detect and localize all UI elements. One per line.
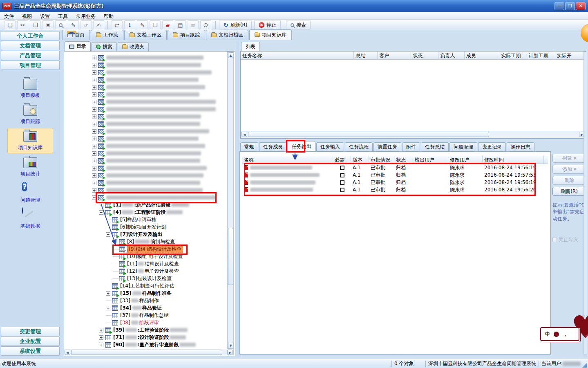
ime-punct-icon[interactable]: ， — [563, 331, 568, 338]
expand-icon[interactable]: + — [92, 92, 96, 97]
sidebar-item[interactable]: 项目知识库 — [7, 128, 53, 153]
list-hscrollbar[interactable]: ◀ ▶ — [241, 131, 586, 137]
tree-node[interactable]: +[71]:设计验证阶段 — [64, 334, 224, 341]
sidebar-section-button[interactable]: 企业配置 — [1, 337, 60, 346]
tree-node[interactable]: [14]工艺制造可行性评估 — [64, 282, 224, 289]
tree-node[interactable]: + — [64, 83, 224, 91]
expand-icon[interactable]: + — [92, 159, 96, 163]
column-header[interactable]: 客户 — [378, 52, 411, 59]
column-header[interactable]: 计划工期 — [527, 52, 555, 59]
required-checkbox[interactable] — [340, 180, 344, 185]
tree-node[interactable]: [12] 电子设计及检查 — [64, 267, 224, 275]
column-header[interactable]: 成员 — [465, 52, 500, 59]
column-header[interactable]: 修改时间 — [483, 156, 544, 164]
forbid-import-checkbox[interactable]: 禁止导入 — [552, 236, 588, 243]
search-button[interactable]: 搜索 — [286, 20, 311, 30]
column-header[interactable]: 名称 — [242, 156, 333, 164]
tree-node[interactable]: + — [64, 91, 224, 98]
tree-node[interactable]: + — [64, 135, 224, 142]
detail-tab[interactable]: 任务输入 — [316, 142, 344, 151]
paste-icon[interactable]: ❐ — [29, 20, 41, 30]
tree-node[interactable]: + — [64, 186, 224, 194]
expand-icon[interactable]: + — [92, 173, 96, 178]
output-row[interactable]: A.1已审批归档陈永求2016-08-24 19:56:19 — [242, 164, 548, 171]
panel-splitter[interactable] — [236, 41, 239, 358]
column-header[interactable]: 负责人 — [438, 52, 464, 59]
tree-node[interactable]: +[39]:工程验证阶段 — [64, 326, 224, 334]
workspace-tab[interactable]: 首页 — [62, 30, 90, 40]
delete-icon[interactable]: ✖ — [42, 20, 54, 30]
column-header[interactable]: 状态 — [394, 156, 413, 164]
tree-node[interactable]: [8]编制与检查 — [64, 238, 224, 245]
detail-tab[interactable]: 任务流程 — [345, 142, 373, 151]
column-header[interactable]: 实际开 — [555, 52, 586, 59]
copy-icon[interactable]: ❏ — [4, 20, 16, 30]
tree-node[interactable]: [10]模组 电子设计及检查 — [64, 253, 224, 260]
expand-icon[interactable]: + — [106, 291, 110, 296]
tree-node[interactable]: + — [64, 61, 224, 69]
tree-node[interactable]: [37]样品制作总结 — [64, 312, 224, 319]
workspace-tab[interactable]: 项目知识库 — [249, 29, 292, 40]
tree-node[interactable]: +[90]:量产放行审查阶段 — [64, 341, 224, 348]
expand-icon[interactable]: + — [92, 85, 96, 90]
sidebar-item[interactable]: 项目模板 — [7, 76, 53, 101]
tree-node[interactable]: + — [64, 179, 224, 186]
required-checkbox[interactable] — [340, 166, 344, 170]
expand-icon[interactable]: + — [92, 56, 96, 60]
sidebar-section-button[interactable]: 个人工作台 — [1, 31, 60, 40]
tree-node[interactable]: + — [64, 157, 224, 164]
refresh-button[interactable]: ↻ 刷新(R) — [219, 20, 252, 30]
tree-node[interactable]: [6]制定项目开发计划 — [64, 223, 224, 231]
ime-mode-indicator[interactable]: 中 — [545, 331, 550, 338]
tree-tab[interactable]: 收藏夹 — [118, 42, 149, 51]
expand-icon[interactable]: + — [92, 107, 96, 112]
resize-grip[interactable] — [582, 363, 587, 368]
sign-icon[interactable]: ✍ — [93, 20, 105, 30]
menu-item[interactable]: 设置 — [36, 13, 54, 19]
expand-icon[interactable]: + — [92, 78, 96, 82]
expand-icon[interactable]: + — [92, 122, 96, 126]
expand-icon[interactable]: + — [92, 63, 96, 67]
expand-icon[interactable]: + — [92, 114, 96, 119]
tree-node[interactable]: + — [64, 98, 224, 105]
sidebar-item[interactable]: 基础数据 — [7, 206, 53, 232]
tree-node[interactable]: − — [64, 194, 224, 201]
tree-node[interactable]: [13]包装设计及检查 — [64, 275, 224, 282]
key-search-icon[interactable] — [55, 20, 67, 30]
tree-node[interactable]: −[7]设计开发及输出 — [64, 231, 224, 238]
column-header[interactable]: 修改用户 — [448, 156, 483, 164]
expand-icon[interactable]: + — [99, 203, 103, 207]
pointer-icon[interactable]: ☞ — [80, 20, 92, 30]
column-header[interactable]: 审批情况 — [369, 156, 394, 164]
stop-button[interactable]: ✖ 停止 — [254, 20, 281, 30]
tree-node[interactable]: +[34]样品验证 — [64, 304, 224, 312]
tree-hscrollbar[interactable]: ◀ ▶ — [64, 349, 234, 355]
add-button[interactable]: 添加 ▾ — [552, 165, 586, 174]
expand-icon[interactable]: + — [99, 335, 103, 340]
tree-node[interactable]: + — [64, 120, 224, 128]
expand-icon[interactable]: + — [92, 166, 96, 171]
required-checkbox[interactable] — [340, 188, 344, 192]
tree-node[interactable]: [5]样品申请审核 — [64, 216, 224, 223]
collapse-icon[interactable]: − — [99, 210, 103, 215]
detail-tab[interactable]: 操作日志 — [507, 142, 534, 151]
tree-node[interactable]: + — [64, 105, 224, 113]
output-row[interactable]: A.1已审批归档陈永求2016-08-24 19:56:19 — [242, 179, 548, 186]
tree-tab[interactable]: 搜索 — [92, 42, 117, 51]
column-header[interactable]: 状态 — [411, 52, 438, 59]
window-control-button[interactable]: ✕ — [576, 2, 586, 10]
tree-vscrollbar[interactable]: ▲ ▼ — [227, 52, 234, 349]
column-header[interactable]: 实际工期 — [499, 52, 527, 59]
tree-node[interactable]: [38]阶段评审 — [64, 319, 224, 326]
tree-node[interactable]: + — [64, 69, 224, 76]
list-tab[interactable]: 列表 — [241, 42, 260, 52]
tree-node[interactable]: + — [64, 142, 224, 150]
expand-icon[interactable]: + — [92, 188, 96, 193]
sidebar-item[interactable]: 项目跟踪 — [7, 102, 53, 127]
menu-item[interactable]: 视图 — [18, 13, 36, 19]
expand-icon[interactable]: + — [99, 343, 103, 347]
tree-node[interactable]: −[4]:工程验证阶段 — [64, 209, 224, 216]
tree-node[interactable]: + — [64, 172, 224, 179]
tree-tab[interactable]: 目录 — [65, 41, 91, 51]
sidebar-section-button[interactable]: 产品管理 — [1, 51, 60, 60]
